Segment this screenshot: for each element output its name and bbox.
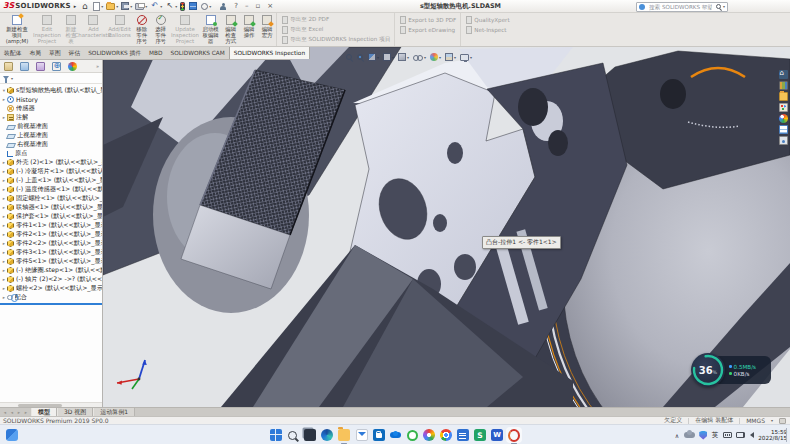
tree-item[interactable]: ▸ 外壳 (2)<1> (默认<<默认>_显示状	[0, 158, 102, 167]
zoom-area-icon[interactable]	[357, 54, 364, 60]
notes-app-icon[interactable]	[457, 429, 469, 441]
displaymanager-tab-icon[interactable]	[65, 61, 80, 72]
file-explorer-icon[interactable]	[779, 92, 788, 101]
export-3d-pdf-button[interactable]: Export to 3D PDF	[400, 16, 456, 24]
edit-inspection-project-button[interactable]: Edit Inspection Project	[32, 15, 62, 45]
export-edrawing-button[interactable]: Export eDrawing	[400, 26, 456, 34]
security-shield-icon[interactable]	[699, 431, 707, 440]
expand-arrow-icon[interactable]: ▸	[1, 214, 7, 219]
search-input[interactable]	[647, 3, 714, 11]
tab-3d-views[interactable]: 3D 视图	[57, 408, 93, 416]
login-icon[interactable]	[219, 2, 227, 10]
antivirus-icon[interactable]	[407, 430, 418, 441]
view-settings-icon[interactable]: ▾	[460, 54, 472, 61]
new-document-icon[interactable]: ▾	[93, 2, 103, 11]
tree-item[interactable]: ▸ History	[0, 95, 102, 104]
units-dropdown-icon[interactable]: ▾	[771, 418, 773, 423]
tab-layout[interactable]: 布局	[25, 47, 45, 59]
input-language-indicator[interactable]: 英	[712, 431, 719, 440]
appearances-scenes-icon[interactable]	[779, 114, 788, 123]
graphics-area[interactable]: ▾ ▾ ▾ ▾ ▾	[103, 47, 790, 407]
tree-item[interactable]: ▸ 固定螺栓<1> (默认<<默认>_显示	[0, 194, 102, 203]
tab-model[interactable]: 模型	[31, 408, 57, 416]
solidworks-resources-icon[interactable]	[779, 70, 788, 79]
home-icon[interactable]	[80, 2, 90, 11]
widgets-icon[interactable]	[6, 429, 18, 441]
onedrive-icon[interactable]	[390, 429, 402, 441]
search-icon[interactable]	[716, 4, 721, 9]
options-icon[interactable]: ▾	[201, 3, 211, 10]
file-properties-icon[interactable]	[189, 2, 198, 10]
add-edit-balloons-button[interactable]: Add/Edit Balloons	[107, 15, 133, 45]
undo-icon[interactable]: ▾	[150, 2, 162, 11]
expand-arrow-icon[interactable]: ▸	[1, 205, 7, 210]
expand-arrow-icon[interactable]: ▾	[1, 88, 7, 93]
clock[interactable]: 15:59 2022/8/15	[758, 429, 787, 442]
expand-arrow-icon[interactable]: ▸	[1, 277, 7, 282]
export-excel-button[interactable]: 导出至 Excel	[282, 26, 390, 34]
expand-arrow-icon[interactable]: ▸	[1, 286, 7, 291]
tab-motion-study-1[interactable]: 运动算例1	[93, 408, 135, 416]
tree-item[interactable]: ▸ (-) 上盖<1> (默认<<默认>_显示状	[0, 176, 102, 185]
featuremanager-tab-icon[interactable]	[1, 61, 16, 72]
tree-item[interactable]: ▸ 保护套<1> (默认<<默认>_显示状	[0, 212, 102, 221]
browser-360-icon[interactable]	[423, 429, 435, 441]
tab-evaluate[interactable]: 评估	[65, 47, 85, 59]
launch-template-editor-button[interactable]: 启动模板编辑器	[200, 15, 221, 45]
rebuild-icon[interactable]	[180, 2, 186, 11]
tab-mbd[interactable]: MBD	[145, 47, 166, 59]
edge-icon[interactable]	[321, 429, 333, 441]
restore-button[interactable]: ▫	[256, 0, 261, 13]
help-button[interactable]: ?	[234, 0, 238, 13]
zoom-fit-icon[interactable]	[346, 54, 353, 60]
panel-overflow-icon[interactable]: »	[96, 63, 101, 69]
keyboard-icon[interactable]	[723, 432, 732, 438]
start-button[interactable]	[270, 429, 282, 441]
doc-minimize-icon[interactable]: –	[763, 49, 766, 57]
units-selector[interactable]: MMGS	[746, 417, 765, 424]
expand-arrow-icon[interactable]: ▸	[1, 223, 7, 228]
speed-ball[interactable]: 36 %	[691, 353, 725, 387]
edit-macro-button[interactable]: 编辑宏方	[258, 15, 276, 45]
export-2d-pdf-button[interactable]: 导出至 2D PDF	[282, 16, 390, 24]
microsoft-store-icon[interactable]	[373, 429, 385, 441]
hide-show-items-icon[interactable]: ▾	[413, 54, 426, 60]
net-inspect-button[interactable]: Net-Inspect	[466, 26, 509, 34]
mail-icon[interactable]	[356, 429, 368, 441]
nav-prev-icon[interactable]: ◂	[9, 410, 15, 415]
tree-item[interactable]: 传感器	[0, 104, 102, 113]
tree-item[interactable]: ▸ 配合	[0, 293, 102, 302]
tree-item[interactable]: ▾ s型短轴散热电机 (默认<默认_显示状态-1>	[0, 86, 102, 95]
app-s-icon[interactable]	[474, 429, 486, 441]
nav-first-icon[interactable]: ◂	[2, 410, 8, 415]
menu-flyout-icon[interactable]: ▸	[74, 3, 77, 9]
tree-item[interactable]: ▸ (-) 轴片 (2)<2> ->? (默认<<默认>	[0, 275, 102, 284]
view-orientation-icon[interactable]: ▾	[383, 53, 394, 61]
doc-close-icon[interactable]: ×	[780, 49, 785, 57]
nav-last-icon[interactable]: ▸	[23, 410, 29, 415]
expand-arrow-icon[interactable]: ▸	[1, 259, 7, 264]
close-button[interactable]: ×	[267, 0, 273, 13]
expand-arrow-icon[interactable]: ▸	[1, 169, 7, 174]
search-dropdown-icon[interactable]: ▾	[723, 4, 725, 9]
expand-arrow-icon[interactable]: ▸	[1, 241, 7, 246]
tree-item[interactable]: ▸ 零件3<1> (默认<<默认>_显示状态	[0, 248, 102, 257]
edit-operations-button[interactable]: 编辑操作	[240, 15, 258, 45]
open-icon[interactable]: ▾	[106, 3, 118, 10]
print-icon[interactable]: ▾	[135, 3, 147, 10]
tree-item[interactable]: 原点	[0, 149, 102, 158]
show-desktop-button[interactable]	[786, 428, 787, 442]
display-style-icon[interactable]: ▾	[398, 53, 409, 61]
tab-solidworks-inspection[interactable]: SOLIDWORKS Inspection	[229, 46, 310, 59]
qualityxpert-button[interactable]: QualityXpert	[466, 16, 509, 24]
taskbar-search-icon[interactable]	[287, 429, 299, 441]
onedrive-tray-icon[interactable]	[684, 432, 695, 438]
tray-overflow-icon[interactable]: ∧	[675, 432, 679, 439]
3d-model[interactable]	[103, 47, 790, 407]
tree-item[interactable]: ▸ (-) 绝缘圈.step<1> (默认<<默认>	[0, 266, 102, 275]
tree-item[interactable]: ▸ 联轴器<1> (默认<<默认>_显示状	[0, 203, 102, 212]
tree-item[interactable]: ▸ 零件2<1> (默认<<默认>_显示状态	[0, 230, 102, 239]
update-inspection-project-button[interactable]: Update Inspection Project	[170, 15, 200, 45]
new-inspection-project-button[interactable]: 新建检查项目 (amp;M)	[2, 15, 32, 45]
apply-scene-icon[interactable]: ▾	[445, 53, 456, 61]
